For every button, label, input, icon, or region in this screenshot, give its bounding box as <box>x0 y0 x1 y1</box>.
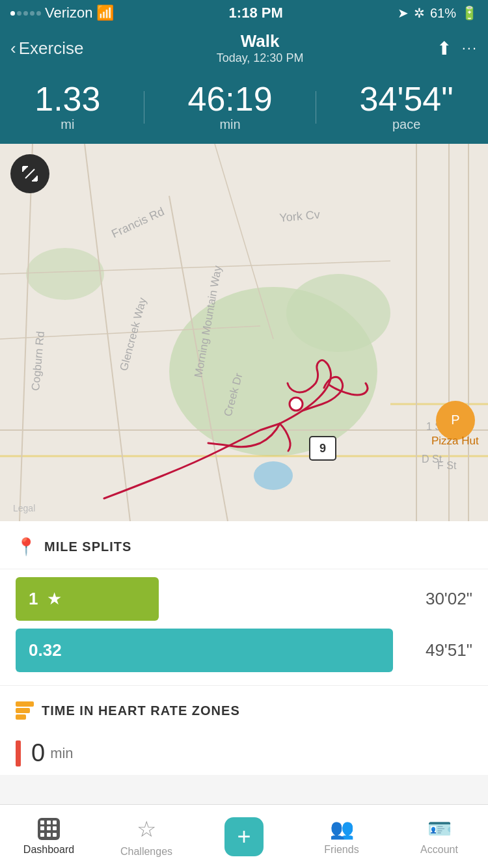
stats-bar: 1.33 mi 46:19 min 34'54" pace <box>0 73 488 144</box>
challenges-icon: ☆ <box>137 816 156 842</box>
battery-percent: 61% <box>430 6 456 21</box>
back-button[interactable]: ‹ Exercise <box>10 38 83 59</box>
tab-friends[interactable]: 👥 Friends <box>293 805 390 868</box>
pace-value: 34'54" <box>360 82 454 116</box>
svg-point-3 <box>26 248 104 300</box>
heart-rate-header: TIME IN HEART RATE ZONES <box>0 686 488 731</box>
mile-splits-title: MILE SPLITS <box>44 539 131 554</box>
heart-rate-title: TIME IN HEART RATE ZONES <box>42 703 240 718</box>
nav-actions: ⬆ ··· <box>437 38 478 59</box>
share-button[interactable]: ⬆ <box>437 38 452 59</box>
tab-account[interactable]: 🪪 Account <box>390 805 488 868</box>
nav-header: ‹ Exercise Walk Today, 12:30 PM ⬆ ··· <box>0 26 488 73</box>
hr-indicator-bar <box>16 740 21 766</box>
stat-pace: 34'54" pace <box>360 82 454 132</box>
challenges-label: Challenges <box>120 846 172 858</box>
heart-rate-icon <box>16 701 34 720</box>
svg-text:Pizza Hut: Pizza Hut <box>431 435 479 447</box>
split-row-2: 0.32 49'51" <box>16 629 472 672</box>
signal-strength <box>10 11 41 16</box>
tab-bar: Dashboard ☆ Challenges + 👥 Friends 🪪 Acc… <box>0 804 488 868</box>
distance-unit: mi <box>34 117 100 132</box>
svg-text:F St: F St <box>437 460 457 471</box>
time-value: 46:19 <box>187 82 272 116</box>
chevron-left-icon: ‹ <box>10 38 16 59</box>
activity-subtitle: Today, 12:30 PM <box>217 51 304 65</box>
status-right: ➤ ✲ 61% 🔋 <box>398 5 478 21</box>
map-container[interactable]: Francis Rd York Cv Glencreek Way Cogburn… <box>0 144 488 521</box>
dashboard-icon <box>38 818 60 840</box>
status-left: Verizon 📶 <box>10 5 114 21</box>
svg-text:P: P <box>451 413 459 427</box>
svg-line-33 <box>25 169 34 178</box>
time-unit: min <box>187 117 272 132</box>
account-label: Account <box>420 844 458 856</box>
mile-splits-header: 📍 MILE SPLITS <box>0 521 488 569</box>
tab-challenges[interactable]: ☆ Challenges <box>98 805 195 868</box>
friends-icon: 👥 <box>330 817 354 840</box>
split-row-1: 1 ★ 30'02" <box>16 577 472 621</box>
bluetooth-icon: ✲ <box>414 5 425 21</box>
svg-point-16 <box>254 461 293 490</box>
status-time: 1:18 PM <box>229 5 283 21</box>
stat-divider-1 <box>144 91 144 124</box>
hr-value: 0 <box>31 739 45 767</box>
content-area: 📍 MILE SPLITS 1 ★ 30'02" 0.32 49'51" TIM… <box>0 521 488 775</box>
distance-value: 1.33 <box>34 82 100 116</box>
pace-unit: pace <box>360 117 454 132</box>
split-star-1: ★ <box>47 589 62 609</box>
location-icon: ➤ <box>398 5 409 21</box>
wifi-icon: 📶 <box>96 5 114 21</box>
stat-divider-2 <box>316 91 316 124</box>
activity-title: Walk <box>217 31 304 51</box>
svg-text:Legal: Legal <box>13 503 35 513</box>
svg-text:9: 9 <box>319 442 326 455</box>
stat-distance: 1.33 mi <box>34 82 100 132</box>
friends-label: Friends <box>324 844 359 856</box>
heart-rate-section: TIME IN HEART RATE ZONES 0 min <box>0 685 488 775</box>
svg-point-32 <box>290 398 303 411</box>
location-pin-icon: 📍 <box>16 537 36 557</box>
split-time-2: 49'51" <box>413 640 472 660</box>
heart-rate-value-row: 0 min <box>0 731 488 775</box>
nav-title: Walk Today, 12:30 PM <box>217 31 304 65</box>
tab-dashboard[interactable]: Dashboard <box>0 805 98 868</box>
expand-map-button[interactable] <box>10 154 49 193</box>
carrier-label: Verizon <box>45 5 92 21</box>
tab-add[interactable]: + <box>195 805 293 868</box>
split-label-2: 0.32 <box>29 640 62 660</box>
battery-icon: 🔋 <box>461 5 478 21</box>
add-icon[interactable]: + <box>224 817 264 856</box>
account-icon: 🪪 <box>427 817 452 840</box>
stat-time: 46:19 min <box>187 82 272 132</box>
split-time-1: 30'02" <box>413 589 472 609</box>
dashboard-label: Dashboard <box>23 844 74 856</box>
more-button[interactable]: ··· <box>462 40 478 57</box>
hr-unit: min <box>50 745 73 762</box>
split-bar-2: 0.32 <box>16 629 393 672</box>
back-label: Exercise <box>19 38 84 59</box>
svg-point-2 <box>286 274 390 352</box>
split-bar-1: 1 ★ <box>16 577 159 621</box>
status-bar: Verizon 📶 1:18 PM ➤ ✲ 61% 🔋 <box>0 0 488 26</box>
split-label-1: 1 <box>29 589 38 609</box>
